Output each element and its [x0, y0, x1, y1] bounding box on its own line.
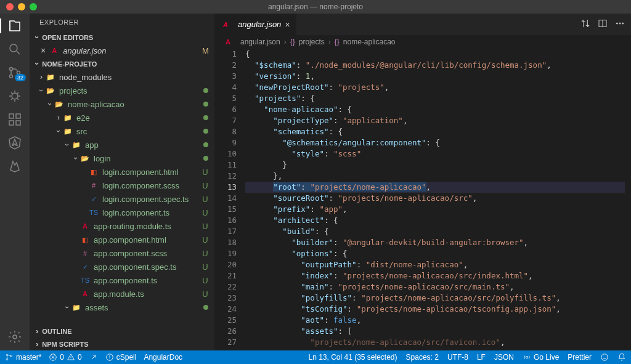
- tree-item[interactable]: ›✓login.component.spec.tsU: [30, 192, 214, 206]
- eol[interactable]: LF: [477, 353, 486, 362]
- file-name: login.component.scss: [102, 181, 202, 190]
- feedback-icon[interactable]: [600, 353, 609, 362]
- file-name: e2e: [76, 113, 203, 123]
- git-status: U: [202, 289, 208, 299]
- prettier-status[interactable]: Prettier: [568, 353, 592, 362]
- window-title: angular.json — nome-projeto: [268, 2, 363, 11]
- file-name: assets: [85, 303, 203, 312]
- explorer-icon[interactable]: [7, 18, 22, 33]
- outline-header[interactable]: OUTLINE: [30, 325, 214, 338]
- angular-activity-icon[interactable]: [7, 135, 22, 150]
- git-dot: [203, 305, 208, 310]
- split-editor-icon[interactable]: [598, 18, 608, 30]
- breadcrumb-projects[interactable]: projects: [299, 38, 325, 46]
- git-dot: [203, 88, 208, 93]
- tree-item[interactable]: ›📂nome-aplicacao: [30, 97, 214, 111]
- more-actions-icon[interactable]: [615, 18, 625, 30]
- tree-item[interactable]: ›📁e2e: [30, 111, 214, 124]
- code-editor[interactable]: 1234567891011121314151617181920212223242…: [214, 49, 631, 350]
- file-name: login.component.spec.ts: [102, 195, 202, 204]
- tree-item[interactable]: ›TSlogin.component.tsU: [30, 206, 214, 219]
- file-name: node_modules: [59, 73, 203, 82]
- git-dot: [203, 129, 208, 134]
- tree-item[interactable]: ›📂login: [30, 152, 214, 165]
- close-window-button[interactable]: [6, 3, 14, 10]
- svg-rect-5: [9, 114, 14, 118]
- svg-point-14: [6, 354, 7, 355]
- scm-badge: 32: [15, 74, 26, 81]
- indentation[interactable]: Spaces: 2: [406, 353, 439, 362]
- angular-file-icon: A: [49, 46, 59, 55]
- tree-item[interactable]: ›TSapp.component.tsU: [30, 273, 214, 287]
- cspell-status[interactable]: cSpell: [105, 353, 137, 362]
- source-control-icon[interactable]: 32: [7, 65, 22, 80]
- extensions-icon[interactable]: [7, 112, 22, 127]
- svg-point-4: [12, 93, 18, 99]
- npm-scripts-header[interactable]: NPM SCRIPTS: [30, 338, 214, 350]
- project-header[interactable]: NOME-PROJETO: [30, 57, 214, 70]
- window-controls: [0, 3, 37, 10]
- editor-area: A angular.json × A angular.json › {} pro…: [214, 14, 631, 350]
- compare-changes-icon[interactable]: [580, 18, 590, 30]
- minimize-window-button[interactable]: [18, 3, 25, 10]
- notifications-icon[interactable]: [617, 353, 626, 362]
- tab-filename: angular.json: [238, 20, 281, 29]
- tree-item[interactable]: ›◧app.component.htmlU: [30, 233, 214, 246]
- maximize-window-button[interactable]: [30, 3, 37, 10]
- tree-item[interactable]: ›Aapp.module.tsU: [30, 287, 214, 301]
- explorer-header: EXPLORER: [30, 14, 214, 31]
- problems[interactable]: 0 0: [49, 353, 81, 362]
- svg-point-20: [601, 354, 608, 361]
- tree-item[interactable]: ›📁node_modules: [30, 70, 214, 84]
- svg-point-15: [6, 358, 7, 360]
- editor-tab[interactable]: A angular.json ×: [214, 14, 297, 35]
- braces-icon: {}: [290, 38, 295, 46]
- settings-gear-icon[interactable]: [7, 330, 22, 344]
- angulardoc-status[interactable]: AngularDoc: [144, 353, 182, 362]
- git-status: U: [202, 181, 208, 190]
- search-icon[interactable]: [7, 42, 22, 57]
- file-name: login.component.ts: [102, 208, 202, 217]
- open-editor-item[interactable]: × A angular.json M: [30, 44, 214, 57]
- breadcrumb[interactable]: A angular.json › {} projects › {} nome-a…: [214, 35, 631, 49]
- tree-item[interactable]: ›#app.component.scssU: [30, 246, 214, 260]
- tree-item[interactable]: ›◧login.component.htmlU: [30, 165, 214, 179]
- git-dot: [203, 102, 208, 107]
- git-dot: [203, 142, 208, 147]
- git-status: U: [202, 208, 208, 217]
- breadcrumb-app[interactable]: nome-aplicacao: [343, 38, 396, 46]
- close-editor-icon[interactable]: ×: [41, 46, 46, 55]
- firebase-icon[interactable]: [7, 159, 22, 174]
- breadcrumb-file[interactable]: angular.json: [240, 38, 280, 46]
- svg-point-19: [526, 356, 528, 358]
- tree-item[interactable]: ›📁assets: [30, 301, 214, 314]
- language-mode[interactable]: JSON: [494, 353, 514, 362]
- file-name: app-routing.module.ts: [94, 222, 202, 231]
- file-name: app.component.scss: [94, 249, 202, 258]
- tree-item[interactable]: ›📂projects: [30, 84, 214, 97]
- tree-item[interactable]: ›✓app.component.spec.tsU: [30, 260, 214, 273]
- angular-file-icon: A: [223, 37, 233, 47]
- git-status: U: [202, 168, 208, 177]
- git-status: U: [202, 235, 208, 245]
- go-live[interactable]: Go Live: [523, 353, 559, 362]
- live-share-icon[interactable]: [89, 353, 98, 362]
- tree-item[interactable]: ›Aapp-routing.module.tsU: [30, 219, 214, 233]
- git-branch[interactable]: master*: [5, 353, 41, 362]
- tab-bar: A angular.json ×: [214, 14, 631, 35]
- code-content[interactable]: { "$schema": "./node_modules/@angular/cl…: [245, 49, 631, 350]
- encoding[interactable]: UTF-8: [447, 353, 468, 362]
- close-tab-icon[interactable]: ×: [285, 20, 290, 30]
- sidebar: EXPLORER OPEN EDITORS × A angular.json M…: [30, 14, 214, 350]
- tree-item[interactable]: ›#login.component.scssU: [30, 179, 214, 192]
- open-editor-filename: angular.json: [63, 46, 202, 55]
- tree-item[interactable]: ›📁src: [30, 124, 214, 138]
- file-name: app.component.html: [94, 235, 202, 245]
- svg-point-11: [616, 23, 617, 24]
- angular-file-icon: A: [221, 20, 230, 30]
- tree-item[interactable]: ›📁app: [30, 138, 214, 152]
- svg-point-2: [10, 75, 13, 78]
- cursor-position[interactable]: Ln 13, Col 41 (35 selected): [308, 353, 397, 362]
- open-editors-header[interactable]: OPEN EDITORS: [30, 31, 214, 44]
- debug-icon[interactable]: [7, 89, 22, 103]
